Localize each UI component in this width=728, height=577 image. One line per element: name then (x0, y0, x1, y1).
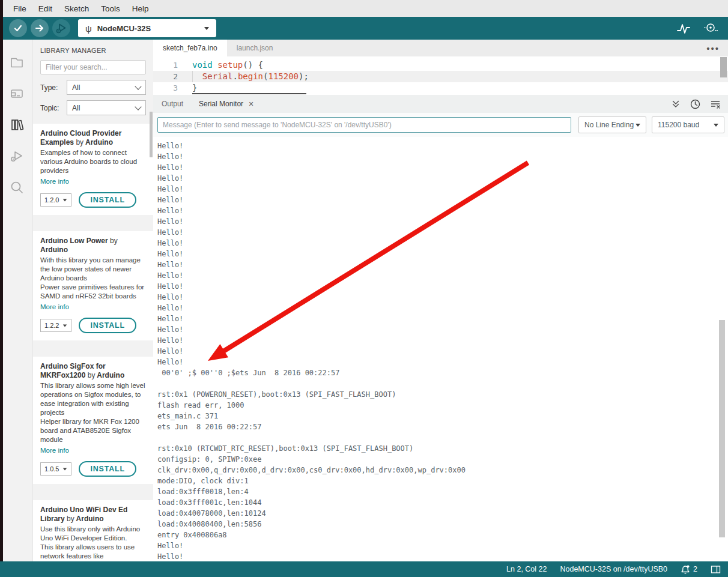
tab-launch-json[interactable]: launch.json (227, 40, 283, 56)
tab-serial-monitor[interactable]: Serial Monitor × (192, 100, 261, 108)
serial-output-line (157, 379, 728, 390)
serial-output-line: ets Jun 8 2016 00:22:57 (157, 423, 728, 434)
sidebar-item-boards-manager[interactable] (0, 78, 32, 109)
version-select[interactable]: 1.2.2 (40, 319, 71, 332)
serial-monitor-toolbar: No Line Ending 115200 baud (153, 113, 728, 137)
serial-output-line: Hello! (157, 142, 728, 153)
notifications[interactable]: 2 (681, 564, 697, 575)
menu-help[interactable]: Help (126, 4, 155, 13)
usb-icon: ψ (85, 24, 92, 33)
serial-output-line: rst:0x10 (RTCWDT_RTC_RESET),boot:0x13 (S… (157, 444, 728, 455)
debug-play-icon (9, 148, 25, 164)
toggle-panel-button[interactable] (711, 565, 721, 574)
tab-output[interactable]: Output (154, 100, 190, 108)
library-card: Arduino Uno WiFi Dev Ed Library by Ardui… (33, 500, 153, 561)
install-button[interactable]: INSTALL (79, 461, 136, 477)
panel-title: LIBRARY MANAGER (40, 47, 146, 54)
install-button[interactable]: INSTALL (79, 318, 136, 333)
serial-output-line: Hello! (157, 336, 728, 347)
library-author: Arduino (40, 246, 68, 254)
code-line: 1 void setup() { (153, 59, 728, 71)
bottom-panel-header: Output Serial Monitor × (153, 95, 728, 113)
chevron-down-icon (135, 103, 141, 110)
menu-edit[interactable]: Edit (32, 4, 58, 13)
library-filter-input[interactable] (40, 60, 146, 74)
serial-output-line: entry 0x400806a8 (157, 531, 728, 542)
more-info-link[interactable]: More info (40, 447, 69, 454)
serial-output-line: load:0x40080400,len:5856 (157, 520, 728, 531)
notification-count: 2 (693, 565, 697, 573)
type-label: Type: (40, 83, 67, 92)
library-title: Arduino SigFox for MKRFox1200 (40, 362, 106, 379)
board-port-status: NodeMCU-32S on /dev/ttyUSB0 (560, 565, 667, 573)
debug-icon (55, 22, 68, 35)
editor-scrollbar[interactable] (720, 57, 727, 77)
sidebar-item-search[interactable] (0, 172, 32, 203)
topic-select[interactable]: All (67, 100, 146, 115)
chevron-down-icon (63, 468, 67, 470)
serial-output-line: flash read err, 1000 (157, 401, 728, 412)
status-bar: Ln 2, Col 22 NodeMCU-32S on /dev/ttyUSB0… (0, 561, 728, 577)
serial-output-line: 00'0' ;$ 00''0 ;$ets Jun 8 2016 00:22:57 (157, 369, 728, 379)
more-info-link[interactable]: More info (40, 303, 69, 310)
debug-button[interactable] (52, 19, 70, 37)
tab-sketch[interactable]: sketch_feb7a.ino (153, 40, 227, 56)
editor-horizontal-scrollbar[interactable] (192, 93, 306, 94)
more-info-link[interactable]: More info (40, 178, 69, 185)
editor-area: sketch_feb7a.ino launch.json ••• 1 void … (153, 40, 728, 561)
version-select[interactable]: 1.2.0 (40, 193, 71, 207)
indent-guide (192, 71, 193, 82)
menu-sketch[interactable]: Sketch (58, 4, 95, 13)
serial-output-line: mode:DIO, clock div:1 (157, 477, 728, 488)
toolbar: ψ NodeMCU-32S (0, 17, 728, 40)
upload-button[interactable] (31, 19, 49, 37)
sidebar-item-sketchbook[interactable] (0, 47, 32, 78)
menu-tools[interactable]: Tools (95, 4, 126, 13)
sidebar-item-library-manager[interactable] (0, 109, 32, 140)
serial-output-line: Hello! (157, 174, 728, 185)
clear-output-icon[interactable] (710, 99, 721, 109)
code-editor[interactable]: 1 void setup() { 2 Serial.begin(115200);… (153, 56, 728, 95)
baud-rate-select[interactable]: 115200 baud (652, 116, 724, 133)
close-icon[interactable]: × (249, 100, 253, 108)
line-ending-select[interactable]: No Line Ending (578, 116, 646, 133)
serial-output-line: Hello! (157, 185, 728, 196)
cursor-position[interactable]: Ln 2, Col 22 (506, 565, 547, 573)
serial-output-line: Hello! (157, 315, 728, 325)
serial-message-input[interactable] (157, 117, 571, 133)
line-number: 3 (153, 82, 178, 94)
board-selector[interactable]: ψ NodeMCU-32S (78, 19, 216, 37)
install-button[interactable]: INSTALL (79, 192, 136, 208)
chevron-down-icon (63, 324, 67, 327)
check-icon (13, 23, 23, 34)
serial-output-line: Hello! (157, 325, 728, 336)
bell-icon (681, 564, 690, 575)
version-select[interactable]: 1.0.5 (40, 462, 71, 476)
sidebar-item-debug[interactable] (0, 140, 32, 172)
library-author: Arduino (85, 138, 113, 147)
chevron-down-icon (135, 83, 141, 89)
serial-plotter-icon[interactable] (676, 22, 691, 35)
verify-button[interactable] (9, 19, 27, 37)
serial-monitor-icon[interactable] (703, 22, 718, 35)
library-description: Use this library only with Arduino Uno W… (40, 525, 146, 561)
sidepanel-scrollbar[interactable] (150, 112, 153, 157)
editor-tab-bar: sketch_feb7a.ino launch.json ••• (153, 40, 728, 56)
output-scrollbar[interactable] (719, 320, 725, 537)
code-line: 3 } (153, 82, 728, 94)
serial-output-line: Hello! (157, 196, 728, 207)
timestamp-clock-icon[interactable] (690, 99, 700, 109)
more-actions-icon[interactable]: ••• (706, 40, 720, 56)
arrow-right-icon (34, 23, 45, 34)
collapse-panel-icon[interactable] (671, 99, 681, 109)
type-select[interactable]: All (67, 80, 146, 95)
serial-output[interactable]: Hello! Hello! Hello! Hello! Hello! Hello… (153, 137, 728, 561)
line-number: 2 (153, 71, 178, 82)
library-description: With this library you can manage the low… (40, 256, 146, 301)
serial-output-line: rst:0x1 (POWERON_RESET),boot:0x13 (SPI_F… (157, 390, 728, 401)
library-author: Arduino (76, 515, 104, 523)
menu-file[interactable]: File (7, 4, 32, 13)
serial-output-line: Hello! (157, 207, 728, 217)
serial-output-line: Hello! (157, 293, 728, 304)
library-card: Arduino Cloud Provider Examples by Ardui… (33, 124, 153, 215)
